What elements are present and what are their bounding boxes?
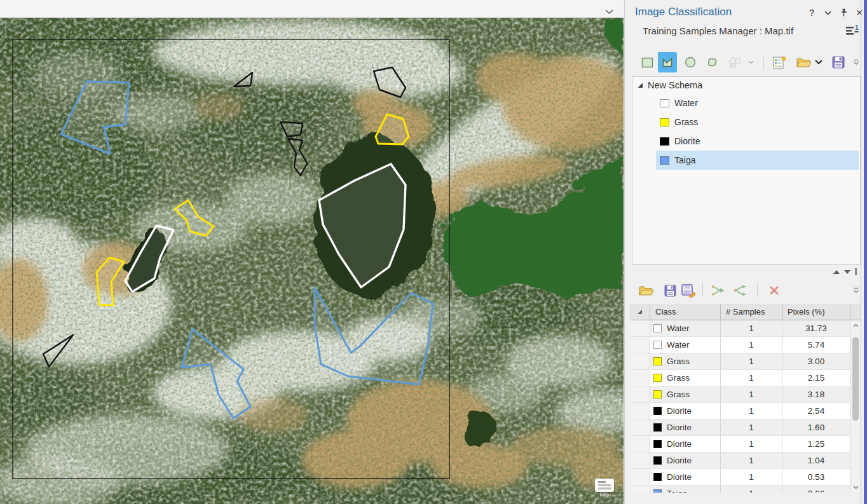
- rectangle-tool-button[interactable]: [638, 52, 657, 72]
- split-arrows-icon: [733, 284, 749, 297]
- class-label: Grass: [674, 117, 698, 127]
- class-label: Taiga: [667, 489, 687, 493]
- delete-sample-button[interactable]: [765, 281, 784, 300]
- splitter-up-icon[interactable]: [833, 270, 840, 274]
- table-row[interactable]: Diorite 1 1.60: [630, 419, 861, 436]
- row-selector-cell[interactable]: [630, 386, 650, 403]
- splitter-down-icon[interactable]: [844, 270, 850, 274]
- pin-icon[interactable]: [838, 7, 849, 18]
- row-pixels-cell: 1.25: [782, 436, 850, 453]
- schema-class-item[interactable]: Water: [656, 93, 859, 112]
- numbered-list-icon[interactable]: 1: [845, 24, 859, 40]
- freehand-tool-button[interactable]: [702, 52, 721, 72]
- segment-picker-dropdown[interactable]: [746, 52, 756, 72]
- row-selector-cell[interactable]: [630, 436, 650, 453]
- panel-splitter[interactable]: [625, 265, 861, 278]
- class-label: Diorite: [674, 136, 700, 146]
- chevron-down-icon[interactable]: [823, 7, 833, 18]
- image-classification-window: Map Image Classification ? ✕ Training Sa…: [0, 0, 867, 504]
- save-icon: [831, 55, 845, 69]
- row-selector-cell[interactable]: [630, 486, 650, 493]
- row-selector-cell[interactable]: [630, 353, 650, 370]
- row-selector-cell[interactable]: [630, 370, 650, 386]
- row-selector-cell[interactable]: [630, 453, 650, 469]
- row-class-cell: Diorite: [650, 469, 721, 486]
- table-row[interactable]: Diorite 1 2.54: [630, 403, 861, 419]
- table-row[interactable]: Water 1 5.74: [630, 337, 861, 353]
- class-label: Taiga: [674, 155, 695, 165]
- merge-samples-button[interactable]: [709, 281, 728, 300]
- samples-table: Class # Samples Pixels (%) Water 1 31.73…: [630, 304, 861, 493]
- chevron-down-icon: [815, 60, 823, 65]
- row-class-cell: Diorite: [650, 453, 721, 469]
- table-row[interactable]: Grass 1 2.15: [630, 370, 861, 386]
- class-label: Diorite: [667, 406, 692, 416]
- scroll-down-icon[interactable]: [850, 482, 861, 493]
- help-icon[interactable]: ?: [807, 7, 817, 18]
- scrollbar-thumb[interactable]: [852, 337, 859, 421]
- class-color-swatch: [653, 423, 662, 432]
- collapse-ribbon-icon[interactable]: [605, 6, 613, 17]
- table-corner-cell[interactable]: [630, 304, 650, 320]
- circle-tool-button[interactable]: [681, 52, 700, 72]
- row-samples-cell: 1: [721, 320, 782, 337]
- polygon-tool-button[interactable]: [658, 52, 677, 72]
- folder-icon: [638, 285, 654, 297]
- class-color-swatch: [653, 440, 662, 448]
- image-classification-panel: Image Classification ? ✕ Training Sample…: [624, 0, 867, 504]
- row-samples-cell: 1: [721, 370, 782, 386]
- map-view[interactable]: [0, 18, 624, 504]
- table-row[interactable]: Diorite 1 1.04: [630, 453, 861, 469]
- column-header-samples[interactable]: # Samples: [721, 304, 782, 320]
- table-row[interactable]: Taiga 1 0.66: [630, 486, 861, 493]
- table-row[interactable]: Grass 1 3.18: [630, 386, 861, 403]
- table-row[interactable]: Diorite 1 1.25: [630, 436, 861, 453]
- segment-picker-button[interactable]: [725, 52, 744, 72]
- save-samples-as-button[interactable]: [679, 281, 699, 300]
- open-schema-dropdown[interactable]: [813, 52, 824, 72]
- row-selector-cell[interactable]: [630, 419, 650, 436]
- row-class-cell: Grass: [650, 353, 721, 370]
- row-selector-cell[interactable]: [630, 337, 650, 353]
- schema-list-icon: [772, 55, 787, 70]
- schema-class-item[interactable]: Diorite: [656, 132, 859, 151]
- row-selector-cell[interactable]: [630, 403, 650, 419]
- map-notes-overlay[interactable]: Map: [594, 479, 615, 504]
- column-header-pixels[interactable]: Pixels (%): [782, 304, 850, 320]
- open-schema-button[interactable]: [794, 52, 813, 72]
- panel-title-buttons: ? ✕: [807, 7, 864, 18]
- schema-root-node[interactable]: New Schema: [637, 80, 702, 90]
- class-color-swatch: [653, 390, 662, 398]
- table-row[interactable]: Water 1 31.73: [630, 320, 861, 337]
- toolbar-options-button[interactable]: [852, 52, 861, 72]
- save-samples-button[interactable]: [660, 281, 679, 300]
- table-scrollbar[interactable]: [850, 320, 861, 493]
- table-row[interactable]: Diorite 1 0.53: [630, 469, 861, 486]
- class-color-swatch: [660, 137, 669, 146]
- row-class-cell: Water: [650, 320, 721, 337]
- class-color-swatch: [653, 489, 662, 493]
- class-color-swatch: [660, 99, 669, 107]
- column-header-class[interactable]: Class: [650, 304, 721, 320]
- row-selector-cell[interactable]: [630, 469, 650, 486]
- row-class-cell: Water: [650, 337, 721, 353]
- sketch-toolbar: [625, 51, 861, 75]
- scroll-up-icon[interactable]: [850, 320, 861, 330]
- class-label: Diorite: [667, 439, 692, 449]
- table-row[interactable]: Grass 1 3.00: [630, 353, 861, 370]
- new-schema-button[interactable]: [770, 52, 789, 72]
- overflow-chevron-icon: [853, 59, 859, 66]
- split-samples-button[interactable]: [732, 281, 751, 300]
- samples-toolbar-options[interactable]: [852, 281, 861, 300]
- schema-class-item[interactable]: Grass: [656, 112, 859, 132]
- samples-toolbar: [625, 278, 861, 304]
- class-color-swatch: [653, 456, 662, 465]
- splitter-grip[interactable]: [855, 268, 857, 275]
- load-samples-button[interactable]: [636, 281, 655, 300]
- schema-class-item[interactable]: Taiga: [656, 151, 859, 170]
- row-samples-cell: 1: [721, 453, 782, 469]
- close-icon[interactable]: ✕: [854, 7, 864, 18]
- row-selector-cell[interactable]: [630, 320, 650, 337]
- class-label: Grass: [667, 357, 690, 366]
- save-schema-button[interactable]: [829, 52, 848, 72]
